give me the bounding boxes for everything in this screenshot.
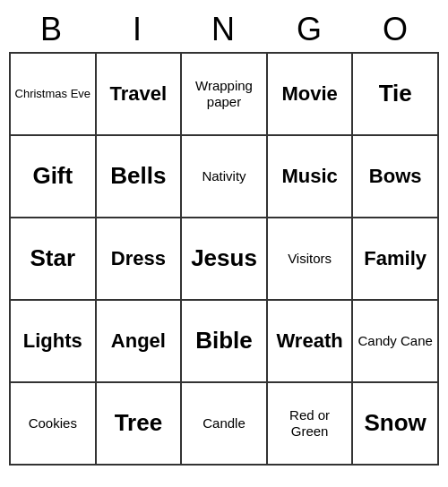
bingo-cell-r0-c1: Travel bbox=[97, 54, 183, 136]
bingo-cell-r2-c1: Dress bbox=[97, 218, 183, 301]
bingo-cell-r2-c2: Jesus bbox=[182, 218, 268, 301]
bingo-cell-r3-c2: Bible bbox=[182, 301, 268, 383]
bingo-cell-r1-c1: Bells bbox=[97, 136, 183, 218]
bingo-header: BINGO bbox=[9, 7, 439, 52]
bingo-cell-r0-c2: Wrapping paper bbox=[182, 54, 268, 136]
bingo-cell-r1-c0: Gift bbox=[11, 136, 97, 218]
header-letter: B bbox=[9, 7, 95, 52]
bingo-cell-r3-c1: Angel bbox=[97, 301, 183, 383]
bingo-cell-r4-c0: Cookies bbox=[11, 383, 97, 466]
bingo-cell-r3-c4: Candy Cane bbox=[353, 301, 439, 383]
bingo-cell-r0-c3: Movie bbox=[268, 54, 354, 136]
bingo-cell-r4-c4: Snow bbox=[353, 383, 439, 466]
bingo-cell-r2-c3: Visitors bbox=[268, 218, 354, 301]
bingo-cell-r2-c4: Family bbox=[353, 218, 439, 301]
bingo-cell-r1-c2: Nativity bbox=[182, 136, 268, 218]
bingo-cell-r4-c2: Candle bbox=[182, 383, 268, 466]
bingo-cell-r4-c1: Tree bbox=[97, 383, 183, 466]
bingo-cell-r2-c0: Star bbox=[11, 218, 97, 301]
bingo-cell-r3-c0: Lights bbox=[11, 301, 97, 383]
bingo-cell-r1-c4: Bows bbox=[353, 136, 439, 218]
bingo-cell-r1-c3: Music bbox=[268, 136, 354, 218]
header-letter: G bbox=[267, 7, 353, 52]
header-letter: O bbox=[353, 7, 439, 52]
bingo-grid: Christmas EveTravelWrapping paperMovieTi… bbox=[9, 52, 439, 466]
bingo-cell-r4-c3: Red or Green bbox=[268, 383, 354, 466]
header-letter: I bbox=[95, 7, 181, 52]
bingo-cell-r0-c4: Tie bbox=[353, 54, 439, 136]
bingo-card: BINGO Christmas EveTravelWrapping paperM… bbox=[9, 7, 439, 466]
bingo-cell-r0-c0: Christmas Eve bbox=[11, 54, 97, 136]
header-letter: N bbox=[181, 7, 267, 52]
bingo-cell-r3-c3: Wreath bbox=[268, 301, 354, 383]
